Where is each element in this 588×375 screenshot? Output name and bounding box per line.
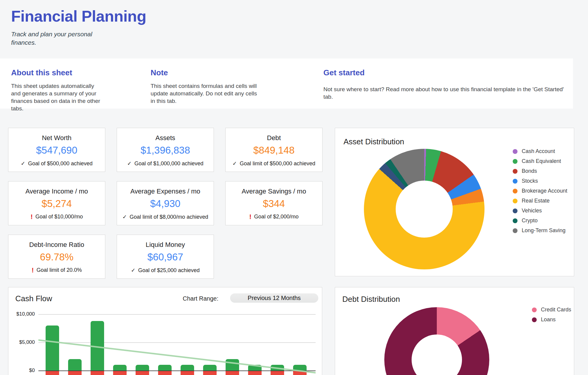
- kpi-value: 69.78%: [40, 251, 74, 263]
- legend-swatch-icon: [513, 149, 518, 154]
- income-bar: [226, 359, 239, 370]
- kpi-card: Debt$849,148✓Goal limit of $500,000 achi…: [225, 128, 322, 172]
- kpi-card: Assets$1,396,838✓Goal of $1,000,000 achi…: [117, 128, 214, 172]
- kpi-label: Average Income / mo: [26, 188, 88, 195]
- donut-hole: [396, 181, 453, 238]
- income-bar: [293, 365, 307, 370]
- kpi-status-text: Goal of $2,000/mo: [254, 214, 298, 220]
- kpi-value: $1,396,838: [140, 145, 190, 156]
- donut-hole: [412, 334, 462, 375]
- expense-bar: [158, 371, 172, 375]
- income-bar: [248, 365, 262, 370]
- kpi-label: Assets: [155, 134, 175, 142]
- income-bar: [136, 365, 149, 370]
- debt-panel-title: Debt Distribution: [342, 295, 400, 304]
- note-section: Note This sheet contains formulas and ce…: [151, 68, 262, 105]
- check-icon: ✓: [232, 160, 237, 167]
- kpi-label: Debt: [267, 134, 281, 142]
- zero-axis-line: [38, 370, 316, 371]
- legend-swatch-icon: [513, 199, 518, 203]
- kpi-status: !Goal limit of 20.0%: [32, 267, 82, 273]
- legend-item: Real Estate: [513, 196, 567, 206]
- kpi-status-text: Goal of $10,000/mo: [35, 214, 83, 220]
- expense-bar: [68, 371, 82, 375]
- kpi-value: $849,148: [253, 145, 295, 156]
- expense-bar: [293, 371, 307, 375]
- note-heading: Note: [151, 68, 262, 77]
- check-icon: ✓: [122, 214, 127, 220]
- asset-distribution-panel: Asset Distribution Cash AccountCash Equi…: [335, 128, 574, 276]
- kpi-card: Liquid Money$60,967✓Goal of $25,000 achi…: [117, 235, 214, 279]
- legend-label: Stocks: [522, 178, 538, 184]
- kpi-value: $60,967: [147, 251, 183, 263]
- y-axis-label: $10,000: [8, 311, 35, 317]
- kpi-status: ✓Goal of $1,000,000 achieved: [127, 160, 203, 167]
- legend-item: Cash Equivalent: [513, 156, 567, 166]
- y-axis-label: $5,000: [8, 339, 35, 345]
- expense-bar: [181, 371, 194, 375]
- about-section: About this sheet This sheet updates auto…: [11, 68, 105, 112]
- page-header: Financial Planning Track and plan your p…: [11, 7, 146, 46]
- page-subtitle: Track and plan your personal finances.: [11, 30, 104, 46]
- kpi-status-text: Goal of $1,000,000 achieved: [134, 160, 203, 167]
- legend-item: Long-Term Saving: [513, 226, 567, 236]
- y-axis-label: $0: [8, 368, 35, 374]
- financial-planning-dashboard: { "header": { "title": "Financial Planni…: [0, 0, 588, 375]
- kpi-label: Debt-Income Ratio: [29, 241, 84, 249]
- kpi-status-text: Goal limit of 20.0%: [37, 267, 82, 273]
- cashflow-bars: [46, 287, 310, 375]
- kpi-status: ✓Goal of $25,000 achieved: [131, 267, 200, 274]
- kpi-value: $344: [263, 198, 285, 209]
- legend-swatch-icon: [513, 218, 518, 223]
- expense-bar: [271, 371, 284, 375]
- legend-label: Loans: [541, 316, 556, 323]
- kpi-status: ✓Goal limit of $8,000/mo achieved: [122, 214, 208, 220]
- debt-donut-chart: [384, 307, 489, 375]
- legend-item: Loans: [532, 315, 571, 325]
- legend-label: Long-Term Saving: [522, 227, 566, 234]
- legend-item: Vehicles: [513, 206, 567, 216]
- kpi-label: Average Expenses / mo: [130, 188, 200, 195]
- kpi-status: !Goal of $10,000/mo: [31, 214, 83, 220]
- income-bar: [68, 359, 82, 370]
- legend-item: Stocks: [513, 176, 567, 186]
- asset-panel-title: Asset Distribution: [344, 137, 404, 146]
- legend-label: Bonds: [522, 168, 537, 174]
- legend-item: Brokerage Account: [513, 186, 567, 196]
- get-started-body: Not sure where to start? Read more about…: [323, 86, 568, 100]
- income-bar: [203, 365, 217, 370]
- legend-swatch-icon: [513, 189, 518, 194]
- legend-swatch-icon: [513, 179, 518, 184]
- alert-icon: !: [249, 214, 251, 220]
- kpi-label: Average Savings / mo: [242, 188, 306, 195]
- legend-item: Crypto: [513, 216, 567, 226]
- legend-swatch-icon: [532, 308, 537, 312]
- kpi-card: Debt-Income Ratio69.78%!Goal limit of 20…: [8, 235, 105, 279]
- page-title: Financial Planning: [11, 7, 146, 25]
- legend-swatch-icon: [532, 317, 537, 322]
- check-icon: ✓: [127, 160, 132, 167]
- kpi-status: !Goal of $2,000/mo: [249, 214, 298, 220]
- kpi-card: Average Savings / mo$344!Goal of $2,000/…: [225, 181, 322, 225]
- income-bar: [181, 365, 194, 370]
- expense-bar: [113, 371, 127, 375]
- expense-bar: [46, 371, 59, 375]
- debt-legend: Credit CardsLoans: [532, 305, 571, 325]
- legend-label: Real Estate: [522, 198, 550, 204]
- income-bar: [158, 365, 172, 370]
- kpi-status: ✓Goal limit of $500,000 achieved: [232, 160, 315, 167]
- expense-bar: [248, 371, 262, 375]
- legend-item: Credit Cards: [532, 305, 571, 315]
- alert-icon: !: [31, 214, 33, 220]
- expense-bar: [91, 371, 104, 375]
- kpi-value: $4,930: [150, 198, 181, 209]
- legend-swatch-icon: [513, 228, 518, 233]
- legend-label: Cash Account: [522, 148, 555, 154]
- income-bar: [113, 365, 127, 370]
- about-heading: About this sheet: [11, 68, 105, 77]
- kpi-value: $5,274: [42, 198, 72, 209]
- income-bar: [91, 321, 104, 370]
- check-icon: ✓: [131, 267, 135, 274]
- income-bar: [271, 365, 284, 370]
- expense-bar: [203, 371, 217, 375]
